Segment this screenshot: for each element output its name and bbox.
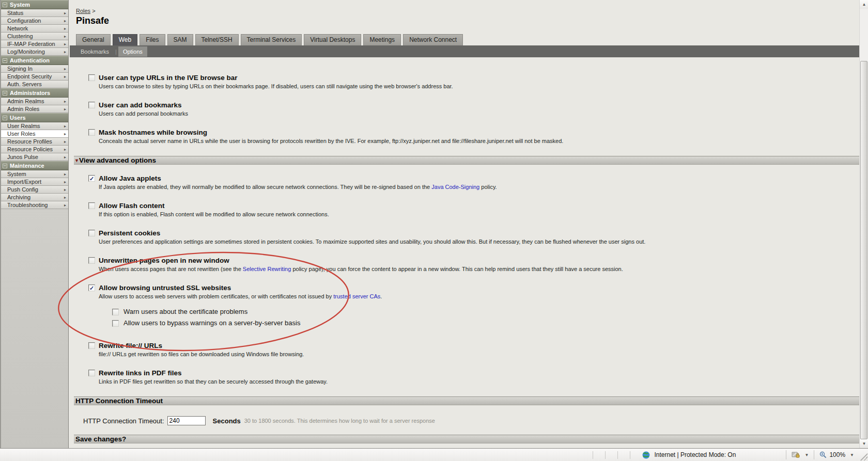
- description-text: Allow users to access web servers with p…: [99, 293, 333, 299]
- link-java-code-signing[interactable]: Java Code-Signing: [431, 184, 479, 190]
- option-title: Allow browsing untrusted SSL websites: [99, 284, 382, 292]
- chevron-right-icon: ▸: [64, 147, 66, 152]
- sidebar-section-title: Administrators: [10, 90, 50, 96]
- collapse-icon: −: [3, 116, 7, 120]
- tab-meetings[interactable]: Meetings: [363, 34, 401, 45]
- sidebar-item-archiving[interactable]: Archiving▸: [1, 194, 68, 201]
- sidebar-item-user-roles[interactable]: User Roles▸: [1, 130, 68, 138]
- sidebar-item-clustering[interactable]: Clustering▸: [1, 33, 68, 40]
- option-title: Unrewritten pages open in new window: [99, 257, 623, 264]
- scroll-down-icon[interactable]: ▼: [860, 439, 868, 448]
- sidebar-item-troubleshooting[interactable]: Troubleshooting▸: [1, 201, 68, 209]
- http-timeout-header-label: HTTP Connection Timeout: [75, 397, 163, 405]
- checkbox-allow-users-to-bypass-warnings-on-a-server-by-server-basis[interactable]: [112, 320, 119, 327]
- checkbox-allow-browsing-untrusted-ssl-websites[interactable]: ✓: [88, 284, 95, 291]
- checkbox-allow-java-applets[interactable]: ✓: [88, 175, 95, 182]
- checkbox-rewrite-file-urls[interactable]: [88, 342, 95, 349]
- description-text: Users can browse to sites by typing URLs…: [99, 83, 453, 89]
- chevron-right-icon: ▸: [64, 195, 66, 200]
- sidebar-item-junos-pulse[interactable]: Junos Pulse▸: [1, 153, 68, 161]
- checkbox-unrewritten-pages-open-in-new-window[interactable]: [88, 257, 95, 264]
- security-report-button[interactable]: ▼: [792, 451, 809, 458]
- collapse-icon: −: [3, 58, 7, 63]
- checkbox-persistent-cookies[interactable]: [88, 230, 95, 236]
- sidebar-item-admin-realms[interactable]: Admin Realms▸: [1, 98, 68, 105]
- tab-sam[interactable]: SAM: [167, 34, 193, 45]
- sidebar-section-header-authentication[interactable]: −Authentication: [1, 56, 68, 65]
- internet-globe-icon: [642, 451, 650, 459]
- tab-network-connect[interactable]: Network Connect: [403, 34, 463, 45]
- description-text: User preferences and application setting…: [99, 239, 645, 245]
- tab-web[interactable]: Web: [113, 34, 137, 45]
- link-selective-rewriting[interactable]: Selective Rewriting: [243, 266, 291, 272]
- option-rewrite-links-in-pdf-files: Rewrite links in PDF filesLinks in PDF f…: [88, 369, 859, 385]
- tab-general[interactable]: General: [76, 34, 111, 45]
- checkbox-warn-users-about-the-certificate-problems[interactable]: [112, 309, 119, 315]
- sidebar-item-label: Signing In: [7, 66, 64, 72]
- subtab-bookmarks[interactable]: Bookmarks: [76, 46, 114, 57]
- option-description: User preferences and application setting…: [99, 239, 645, 245]
- http-timeout-input[interactable]: [167, 416, 206, 425]
- sidebar-section-header-system[interactable]: −System: [1, 0, 68, 9]
- sidebar-item-status[interactable]: Status▸: [1, 9, 68, 17]
- zoom-level-text: 100%: [829, 451, 845, 458]
- internet-zone-indicator: Internet | Protected Mode: On: [642, 451, 781, 459]
- description-text: policy page), you can force the content …: [291, 266, 623, 272]
- checkbox-user-can-add-bookmarks[interactable]: [88, 102, 95, 108]
- advanced-options-toggle[interactable]: ▾ View advanced options: [74, 156, 859, 165]
- breadcrumb-separator: >: [92, 8, 95, 14]
- advanced-options-label: View advanced options: [79, 156, 156, 164]
- chevron-right-icon: ▸: [64, 99, 66, 104]
- sidebar-item-endpoint-security[interactable]: Endpoint Security▸: [1, 73, 68, 81]
- sidebar-section-header-administrators[interactable]: −Administrators: [1, 88, 68, 98]
- sidebar-item-signing-in[interactable]: Signing In▸: [1, 65, 68, 73]
- link-trusted-server-cas[interactable]: trusted server CAs: [333, 293, 380, 299]
- sidebar-item-resource-policies[interactable]: Resource Policies▸: [1, 146, 68, 153]
- sidebar-item-if-map-federation[interactable]: IF-MAP Federation▸: [1, 40, 68, 48]
- option-title: Persistent cookies: [99, 229, 645, 237]
- sidebar-section-header-users[interactable]: −Users: [1, 113, 68, 122]
- tab-files[interactable]: Files: [140, 34, 165, 45]
- sidebar-item-import-export[interactable]: Import/Export▸: [1, 178, 68, 186]
- checkbox-rewrite-links-in-pdf-files[interactable]: [88, 370, 95, 376]
- scrollbar-thumb[interactable]: [860, 61, 867, 439]
- subtab-bar: Bookmarks|Options: [70, 45, 859, 57]
- sidebar-item-label: Junos Pulse: [7, 154, 64, 160]
- vertical-scrollbar[interactable]: ▲ ▼: [859, 0, 868, 448]
- sidebar-item-log-monitoring[interactable]: Log/Monitoring▸: [1, 48, 68, 56]
- http-timeout-unit: Seconds: [213, 417, 241, 425]
- option-body: Allow browsing untrusted SSL websitesAll…: [99, 284, 382, 330]
- sidebar-item-network[interactable]: Network▸: [1, 25, 68, 33]
- breadcrumb-roles-link[interactable]: Roles: [76, 8, 90, 14]
- checkbox-allow-flash-content[interactable]: [88, 202, 95, 209]
- checkbox-user-can-type-urls-in-the-ive-browse-bar[interactable]: [88, 74, 95, 81]
- sidebar-item-label: Configuration: [7, 18, 64, 24]
- resize-grip-icon: [859, 452, 867, 460]
- sidebar-item-user-realms[interactable]: User Realms▸: [1, 122, 68, 130]
- option-allow-flash-content: Allow Flash contentIf this option is ena…: [88, 202, 859, 218]
- option-body: Mask hostnames while browsingConceals th…: [99, 129, 563, 145]
- checkbox-mask-hostnames-while-browsing[interactable]: [88, 129, 95, 136]
- chevron-right-icon: ▸: [64, 180, 66, 184]
- sidebar-section-title: Authentication: [10, 57, 50, 63]
- sidebar-item-push-config[interactable]: Push Config▸: [1, 186, 68, 194]
- tab-telnet-ssh[interactable]: Telnet/SSH: [195, 34, 239, 45]
- description-text: file:// URLs get rewritten so files can …: [99, 351, 304, 357]
- tab-virtual-desktops[interactable]: Virtual Desktops: [304, 34, 361, 45]
- chevron-right-icon: ▸: [64, 132, 66, 136]
- sidebar-item-system[interactable]: System▸: [1, 170, 68, 178]
- http-timeout-field-row: HTTP Connection Timeout: Seconds 30 to 1…: [83, 416, 859, 425]
- scroll-up-icon[interactable]: ▲: [860, 0, 868, 9]
- sub-option-warn-users-about-the-certificate-problems: Warn users about the certificate problem…: [112, 308, 382, 315]
- subtab-options[interactable]: Options: [118, 46, 147, 57]
- caret-down-icon: ▼: [804, 453, 809, 457]
- chevron-right-icon: ▸: [64, 50, 66, 54]
- sidebar-item-resource-profiles[interactable]: Resource Profiles▸: [1, 138, 68, 146]
- options-list-advanced: ✓Allow Java appletsIf Java applets are e…: [88, 174, 859, 385]
- sidebar-item-admin-roles[interactable]: Admin Roles▸: [1, 105, 68, 113]
- tab-terminal-services[interactable]: Terminal Services: [241, 34, 302, 45]
- zoom-control[interactable]: 100% ▼: [819, 451, 854, 458]
- sidebar-item-configuration[interactable]: Configuration▸: [1, 17, 68, 25]
- sidebar-section-header-maintenance[interactable]: −Maintenance: [1, 161, 68, 170]
- sidebar-item-auth-servers[interactable]: Auth. Servers: [1, 81, 68, 88]
